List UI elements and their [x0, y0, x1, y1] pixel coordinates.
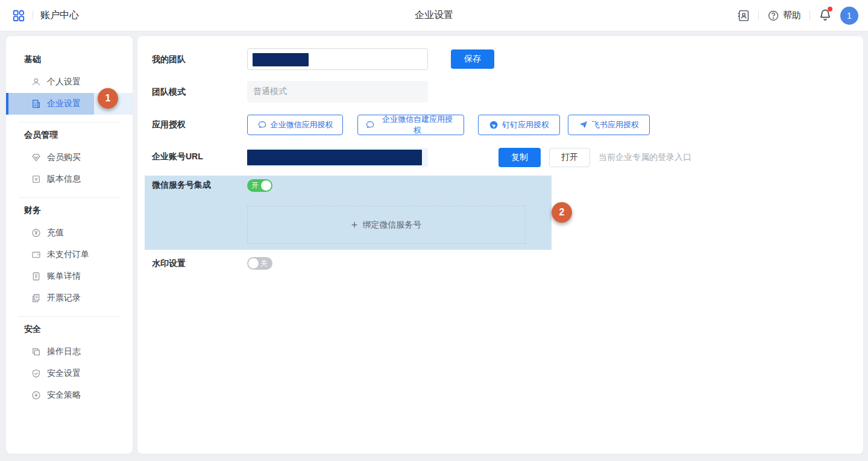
feishu-icon	[579, 120, 588, 130]
team-mode-field: 普通模式	[247, 81, 428, 103]
bind-wechat-label: 绑定微信服务号	[362, 220, 421, 230]
log-icon	[31, 347, 41, 357]
toggle-knob	[248, 258, 259, 269]
version-icon	[31, 174, 41, 184]
main-content: 我的团队 保存 团队模式 普通模式 应用授权 企业微信应用授权 企业微信自建应用…	[137, 36, 863, 454]
dingtalk-icon	[489, 120, 498, 130]
avatar[interactable]: 1	[840, 7, 858, 25]
sidebar-item-label: 安全策略	[47, 390, 81, 401]
sidebar-item-label: 安全设置	[47, 368, 81, 379]
header-divider	[758, 11, 759, 21]
sidebar-item-operation-log[interactable]: 操作日志	[6, 341, 133, 363]
contact-book-icon[interactable]	[737, 9, 750, 22]
shield-plus-icon	[31, 390, 41, 400]
enterprise-url-label: 企业账号URL	[152, 151, 203, 162]
open-button[interactable]: 打开	[549, 148, 590, 167]
bill-icon	[31, 272, 41, 281]
notification-dot	[828, 7, 832, 11]
watermark-label: 水印设置	[152, 258, 186, 269]
top-header: 账户中心 企业设置 帮助	[0, 0, 868, 31]
page-title: 企业设置	[415, 9, 453, 22]
sidebar-divider	[18, 197, 121, 198]
wallet-icon	[31, 250, 41, 259]
annotation-badge-2: 2	[552, 202, 572, 223]
auth-button-label: 企业微信应用授权	[271, 119, 333, 130]
question-circle-icon	[767, 10, 779, 22]
sidebar-item-recharge[interactable]: 充值	[6, 222, 133, 244]
sidebar-item-label: 会员购买	[47, 152, 81, 163]
sidebar-item-label: 操作日志	[47, 346, 81, 357]
sidebar-item-label: 企业设置	[47, 98, 81, 109]
wecom-icon	[257, 120, 267, 130]
sidebar-item-bill-details[interactable]: 账单详情	[6, 265, 133, 287]
gem-icon	[31, 153, 41, 162]
sidebar-section-membership: 会员管理	[24, 130, 133, 141]
watermark-toggle[interactable]: 关	[247, 257, 272, 270]
sidebar-item-security-policy[interactable]: 安全策略	[6, 384, 133, 406]
team-mode-label: 团队模式	[152, 87, 186, 98]
team-name-input[interactable]	[247, 48, 428, 70]
sidebar-item-unpaid-orders[interactable]: 未支付订单	[6, 244, 133, 265]
sidebar-item-invoice-records[interactable]: 开票记录	[6, 287, 133, 309]
header-divider	[33, 11, 33, 21]
shield-check-icon	[31, 369, 41, 378]
header-divider	[810, 11, 810, 21]
toggle-knob	[261, 180, 271, 191]
sidebar-section-security: 安全	[24, 324, 133, 335]
sidebar-item-label: 充值	[47, 227, 64, 238]
sidebar-item-label: 账单详情	[47, 271, 81, 282]
sidebar-section-finance: 财务	[24, 205, 133, 216]
help-label: 帮助	[783, 10, 801, 21]
plus-icon: +	[351, 220, 358, 230]
toggle-on-label: 开	[251, 180, 259, 191]
bind-wechat-button[interactable]: + 绑定微信服务号	[247, 206, 526, 244]
enterprise-url-field	[247, 148, 428, 167]
sidebar-item-version-info[interactable]: 版本信息	[6, 168, 133, 190]
auth-button-label: 飞书应用授权	[592, 119, 639, 130]
save-button[interactable]: 保存	[451, 49, 494, 69]
sidebar-item-label: 个人设置	[47, 77, 81, 87]
sidebar-item-security-settings[interactable]: 安全设置	[6, 363, 133, 384]
help-button[interactable]: 帮助	[767, 10, 801, 22]
team-name-label: 我的团队	[152, 54, 186, 65]
sidebar-divider	[18, 316, 121, 317]
sidebar-section-basic: 基础	[24, 54, 133, 65]
notification-bell-icon[interactable]	[819, 8, 832, 24]
auth-button-label: 钉钉应用授权	[502, 119, 549, 130]
url-hint-text: 当前企业专属的登录入口	[599, 152, 691, 163]
invoice-icon	[31, 293, 41, 303]
app-auth-label: 应用授权	[152, 119, 186, 130]
wecom-auth-button[interactable]: 企业微信应用授权	[247, 115, 343, 135]
dingtalk-auth-button[interactable]: 钉钉应用授权	[478, 115, 560, 135]
sidebar-item-label: 未支付订单	[47, 249, 89, 260]
annotation-badge-1: 1	[98, 88, 118, 109]
user-icon	[31, 77, 41, 87]
sidebar-item-label: 版本信息	[47, 174, 81, 185]
wecom-icon	[365, 120, 375, 130]
toggle-off-label: 关	[260, 258, 268, 269]
redacted-team-name	[253, 53, 309, 66]
wechat-integration-label: 微信服务号集成	[152, 180, 211, 191]
feishu-auth-button[interactable]: 飞书应用授权	[568, 115, 650, 135]
sidebar-divider	[18, 122, 121, 122]
sidebar-item-label: 开票记录	[47, 293, 81, 304]
auth-button-label: 企业微信自建应用授权	[379, 114, 456, 136]
recharge-icon	[31, 228, 41, 238]
wecom-selfbuilt-auth-button[interactable]: 企业微信自建应用授权	[357, 115, 464, 135]
sidebar-item-member-purchase[interactable]: 会员购买	[6, 147, 133, 168]
building-icon	[31, 99, 41, 109]
redacted-url	[247, 150, 422, 165]
copy-button[interactable]: 复制	[498, 148, 541, 167]
apps-grid-icon[interactable]	[12, 9, 25, 22]
wechat-integration-toggle[interactable]: 开	[247, 179, 272, 192]
product-name: 账户中心	[40, 9, 79, 22]
